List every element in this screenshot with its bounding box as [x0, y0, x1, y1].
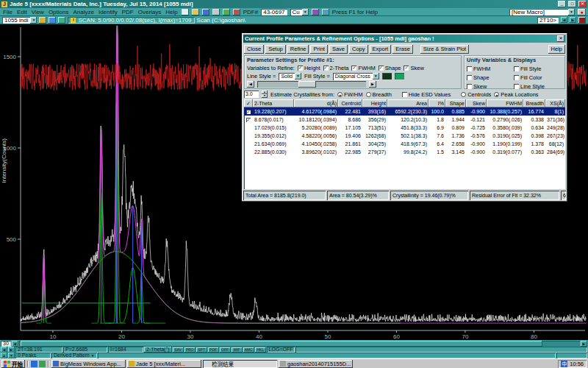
profile-row-4[interactable]: 19.355(0.012)4.58220(.0056)19.4061262(68… [244, 132, 565, 140]
mini-button-mif[interactable]: MIF [232, 347, 243, 353]
peak-locations-radio[interactable]: ●Peak Locations [494, 91, 538, 98]
erase-button[interactable]: Erase [392, 45, 413, 54]
profile-row-3[interactable]: 17.029(0.015)5.20280(.0089)17.105713(51)… [244, 124, 565, 132]
refine-height-checkbox[interactable]: ✓Height [298, 65, 320, 71]
setup-button[interactable]: Setup [265, 45, 286, 54]
menu-identify[interactable]: Identify [98, 9, 118, 15]
close-button[interactable]: ✕ [578, 1, 587, 7]
unify-fill-color-checkbox[interactable]: Fill Color [514, 74, 562, 81]
new-file-icon[interactable] [182, 9, 189, 15]
stop-icon[interactable] [578, 17, 586, 24]
mini-button-amc[interactable]: AMC [243, 347, 254, 353]
folder-icon[interactable] [39, 17, 46, 24]
menu-overlays[interactable]: Overlays [137, 9, 162, 15]
maximize-button[interactable]: □ [568, 1, 576, 7]
task-jade[interactable]: Jade 5 [xxx/Materi... [127, 360, 201, 368]
menu-view[interactable]: View [31, 9, 45, 15]
row-checkbox[interactable]: ✓ [246, 110, 250, 114]
range-next-button[interactable]: ▶ [570, 17, 576, 23]
spin-down-button[interactable]: ▼ [8, 353, 15, 358]
crystallite-factor-field[interactable]: 3.0 [244, 91, 259, 98]
save-button[interactable]: Save [329, 45, 348, 54]
breadth-radio[interactable]: Breadth [366, 91, 392, 98]
pattern-select[interactable]: Derived Pattern ▼ [51, 353, 97, 358]
h-scrollbar[interactable] [19, 341, 580, 347]
disk-icon[interactable] [49, 17, 56, 24]
pdf-number-field[interactable]: 43-0697 [261, 9, 287, 15]
print-button[interactable]: Print [310, 45, 327, 54]
spin-up-button[interactable]: ▲ [1, 353, 7, 358]
print-icon[interactable] [212, 9, 220, 15]
dropdown-icon[interactable]: ▼ [91, 353, 95, 358]
save-icon[interactable] [202, 9, 209, 15]
profile-prev-button[interactable]: ◀ [247, 81, 254, 88]
refresh-icon[interactable] [58, 17, 65, 24]
menu-analyze[interactable]: Analyze [72, 9, 94, 15]
mini-button-pro[interactable]: PRO [184, 347, 196, 353]
profile-row-5[interactable]: 21.634(0.069)4.10450(.0258)21.861304(25)… [244, 140, 565, 148]
menu-help[interactable]: Help [165, 9, 178, 15]
hide-esd-checkbox[interactable]: Hide ESD Values [402, 91, 451, 98]
row-checkbox[interactable]: ✓ [246, 118, 250, 122]
scroll-right-button[interactable]: ▶ [581, 341, 587, 347]
profile-slider-thumb[interactable] [298, 81, 316, 88]
range-prev-button[interactable]: ◀ [561, 17, 567, 23]
export-button[interactable]: Export [370, 45, 392, 54]
x-axis-units-button[interactable]: 2-Theta(°) [144, 347, 172, 353]
fill-style-select[interactable]: Diagonal Cross▼ [333, 73, 379, 80]
line-color-swatch[interactable] [382, 73, 392, 79]
profile-fit-icon[interactable] [233, 9, 240, 15]
mini-button-spt[interactable]: SPT [196, 347, 207, 353]
dropdown-icon[interactable]: ▼ [568, 9, 575, 15]
refine-shape-checkbox[interactable]: ✓Shape [379, 65, 401, 71]
dropdown-icon[interactable]: ▼ [30, 17, 37, 24]
profile-row-2[interactable]: ✓ 8.678(0.017)10.18120(.0394)8.686356(29… [244, 116, 565, 124]
record-macro-button[interactable]: ● [578, 9, 586, 15]
pan-right-button[interactable]: ▶ [8, 347, 15, 353]
scroll-left-button[interactable]: ◀ [12, 341, 18, 347]
h-scrollbar-thumb[interactable] [21, 341, 542, 347]
crystallite-factor-spinner[interactable]: ▲▼ [262, 91, 268, 98]
dropdown-icon[interactable]: ▼ [302, 9, 309, 15]
size-strain-plot-button[interactable]: Size & Strain Plot [420, 45, 469, 54]
unify-shape-checkbox[interactable]: Shape [467, 74, 511, 81]
task-bigmeas[interactable]: BigMeas Windows App... [51, 360, 126, 368]
menu-pdf[interactable]: PDF [121, 9, 135, 15]
help-button[interactable]: Help [548, 45, 565, 54]
macro-select[interactable]: [New Macro]▼ [509, 9, 575, 15]
fill-color-swatch[interactable] [395, 73, 404, 79]
dropdown-icon[interactable]: ▼ [295, 73, 301, 79]
desktop-quicklaunch-icon[interactable] [39, 361, 46, 367]
profile-slider[interactable] [257, 81, 366, 88]
refine-button[interactable]: Refine [287, 45, 309, 54]
sq-analysis-icon[interactable] [312, 9, 319, 15]
profile-row-6[interactable]: 22.885(0.030)3.89620(.0102)22.985279(37)… [244, 148, 565, 156]
copy-button[interactable]: Copy [349, 45, 368, 54]
task-jiance-jieguo[interactable]: 检测结果 [203, 360, 277, 368]
dropdown-icon[interactable]: ▼ [373, 73, 379, 79]
profile-next-button[interactable]: ▶ [369, 81, 376, 88]
pan-left-button[interactable]: ◀ [1, 347, 7, 353]
mini-button-pdf[interactable]: PDF [208, 347, 219, 353]
task-gaoshan-file[interactable]: gaoshan20140715155D... [279, 360, 353, 368]
unify-skew-checkbox[interactable]: Skew [467, 83, 511, 90]
ime-indicator-icon[interactable]: 中 [561, 361, 567, 367]
start-button[interactable]: 开始 [1, 360, 25, 368]
menu-edit[interactable]: Edit [16, 9, 28, 15]
unify-line-style-checkbox[interactable]: Line Style [514, 83, 562, 90]
mini-button-hkl[interactable]: HKL [255, 347, 266, 353]
minimize-button[interactable]: _ [558, 1, 566, 7]
file-select[interactable]: 1055 indi▼ [2, 17, 37, 24]
log-scale-indicator[interactable]: LOG=OFF [267, 347, 295, 353]
report-icon[interactable] [322, 9, 329, 15]
line-style-select[interactable]: Solid▼ [279, 73, 301, 80]
mini-button-off[interactable]: OFF [220, 347, 231, 353]
centroids-radio[interactable]: Centroids [461, 91, 491, 98]
close-dialog-button[interactable]: Close [244, 45, 264, 54]
menu-file[interactable]: File [2, 9, 13, 15]
menu-options[interactable]: Options [48, 9, 70, 15]
dialog-close-button[interactable]: ✕ [557, 35, 564, 42]
profile-row-1[interactable]: ✓ 19.228(0.207)4.61270(.0984)22.481393(1… [244, 107, 565, 116]
refine-fwhm-checkbox[interactable]: ✓FWHM [351, 65, 375, 71]
unify-fill-style-checkbox[interactable]: Fill Style [514, 66, 562, 72]
